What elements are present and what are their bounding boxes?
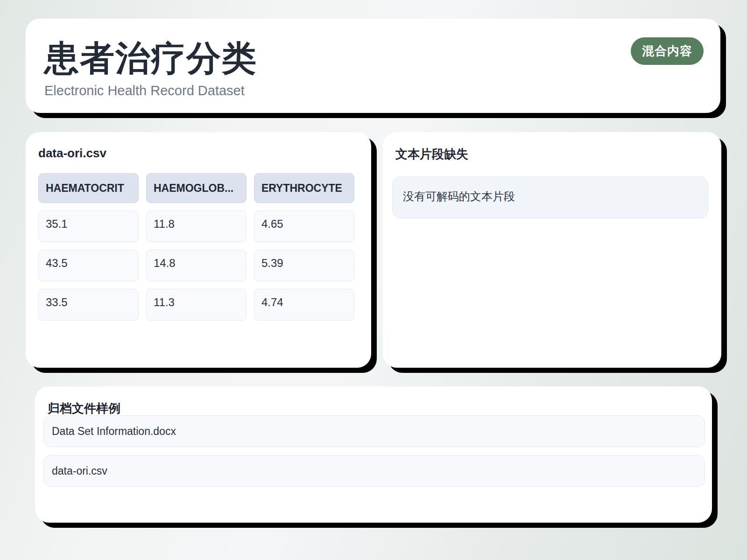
csv-preview-card: data-ori.csv HAEMATOCRIT HAEMOGLOB... ER…	[26, 132, 371, 368]
page-subtitle: Electronic Health Record Dataset	[44, 83, 245, 98]
table-cell: 11.3	[146, 289, 247, 321]
header-card: 患者治疗分类 Electronic Health Record Dataset …	[26, 19, 720, 113]
archive-files-card: 归档文件样例 Data Set Information.docx data-or…	[35, 386, 712, 523]
table-cell: 4.65	[254, 210, 354, 242]
table-header-erythrocyte: ERYTHROCYTE	[254, 173, 354, 203]
content-type-badge: 混合内容	[631, 37, 704, 65]
text-fragments-title: 文本片段缺失	[395, 146, 468, 162]
csv-preview-table: HAEMATOCRIT HAEMOGLOB... ERYTHROCYTE 35.…	[38, 173, 354, 321]
page-title: 患者治疗分类	[44, 35, 257, 82]
table-cell: 5.39	[254, 250, 354, 281]
table-cell: 33.5	[38, 289, 139, 321]
file-item-docx[interactable]: Data Set Information.docx	[43, 415, 705, 447]
no-text-message: 没有可解码的文本片段	[392, 176, 708, 218]
table-cell: 35.1	[38, 210, 139, 242]
file-item-csv[interactable]: data-ori.csv	[43, 455, 705, 487]
text-fragments-card: 文本片段缺失 没有可解码的文本片段	[383, 132, 721, 368]
table-header-haematocrit: HAEMATOCRIT	[38, 173, 139, 203]
table-cell: 14.8	[146, 250, 247, 281]
table-header-haemoglobins: HAEMOGLOB...	[146, 173, 247, 203]
csv-file-title: data-ori.csv	[38, 146, 106, 161]
table-cell: 11.8	[146, 210, 247, 242]
table-cell: 4.74	[254, 289, 354, 321]
archive-files-title: 归档文件样例	[48, 400, 120, 417]
table-cell: 43.5	[38, 250, 139, 281]
